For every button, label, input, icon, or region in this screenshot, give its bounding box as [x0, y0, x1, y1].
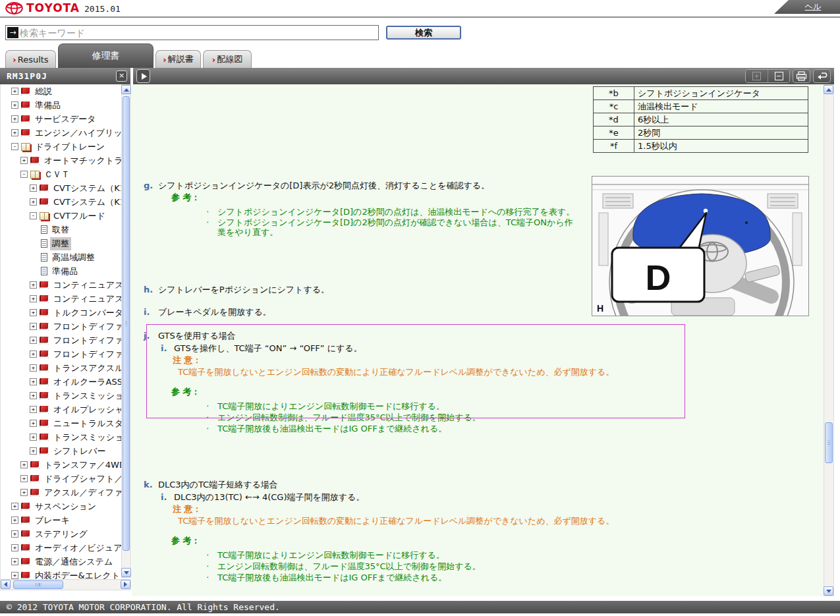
tree-item-label[interactable]: オートマチックトラ	[42, 154, 121, 167]
tree-item[interactable]: + トランスアクスル	[1, 361, 121, 375]
expand-panel-button[interactable]	[136, 69, 150, 83]
expander-icon[interactable]: -	[30, 212, 37, 219]
tree-item-label[interactable]: ＣＶＴ	[42, 168, 72, 181]
search-input[interactable]	[20, 26, 378, 39]
expander-icon[interactable]: +	[30, 447, 37, 455]
back-button[interactable]	[813, 69, 831, 83]
content-vertical-scrollbar[interactable]	[824, 84, 834, 596]
tree-item[interactable]: - CVTフルード	[1, 209, 121, 223]
tree-item[interactable]: + コンティニュアス	[1, 278, 121, 292]
expander-icon[interactable]: +	[11, 115, 18, 123]
sidebar-vertical-scrollbar[interactable]	[121, 84, 131, 578]
tree-item-label[interactable]: 電源／通信システム	[33, 555, 115, 569]
search-button[interactable]: 検索	[386, 26, 461, 40]
tree-item[interactable]: + CVTシステム（K11	[1, 181, 121, 195]
expander-icon[interactable]: +	[30, 184, 37, 192]
tree-item-label[interactable]: トルクコンバータ	[51, 306, 121, 320]
help-tab[interactable]: ヘル	[774, 0, 840, 14]
tree-item-label[interactable]: ニュートラルスタ	[51, 417, 121, 430]
tree-item-label[interactable]: ドライブシャフト／	[42, 472, 121, 486]
expander-icon[interactable]: +	[20, 461, 28, 468]
tree-item[interactable]: - ドライブトレーン	[1, 140, 121, 154]
scrollbar-thumb[interactable]	[825, 422, 833, 463]
tree-item-label[interactable]: フロントディファ	[51, 320, 121, 333]
tree-item-label[interactable]: 準備品	[33, 99, 63, 112]
scrollbar-thumb[interactable]	[123, 96, 130, 551]
tree-item-label[interactable]: トランスアクスル	[51, 362, 121, 375]
zoom-out-button[interactable]: −	[768, 70, 789, 82]
tree-item[interactable]: + ドライブシャフト／	[1, 472, 121, 486]
tree-item-label[interactable]: 調整	[50, 237, 71, 250]
tree-item[interactable]: + トランスミッショ	[1, 430, 121, 444]
tree-item[interactable]: 調整	[1, 237, 121, 250]
tree-item[interactable]: + アクスル／ディファ	[1, 486, 121, 499]
scroll-left-button[interactable]	[1, 580, 11, 589]
expander-icon[interactable]: +	[11, 517, 18, 524]
tree-item-label[interactable]: CVTフルード	[51, 210, 107, 223]
expander-icon[interactable]: +	[20, 157, 28, 164]
tree-item[interactable]: + オーディオ／ビジュア	[1, 541, 121, 555]
tree-item[interactable]: + 準備品	[1, 98, 121, 112]
expander-icon[interactable]: +	[11, 530, 18, 538]
scroll-down-button[interactable]	[824, 586, 833, 596]
tree-item[interactable]: + オートマチックトラ	[1, 154, 121, 167]
tree-item[interactable]: + ニュートラルスタ	[1, 416, 121, 430]
expander-icon[interactable]: +	[11, 544, 18, 551]
tree-item[interactable]: 高温域調整	[1, 250, 121, 264]
tree-item[interactable]: + フロントディファ	[1, 320, 121, 333]
tree-item-label[interactable]: オーディオ／ビジュア	[33, 542, 121, 555]
tree-item-label[interactable]: トランスミッショ	[51, 431, 121, 444]
expander-icon[interactable]: +	[30, 378, 37, 385]
tree-item-label[interactable]: エンジン／ハイブリッ	[33, 126, 121, 140]
tree-item-label[interactable]: 取替	[50, 223, 71, 237]
expander-icon[interactable]: +	[11, 503, 18, 510]
tree-item-label[interactable]: 内装ボデー&エレクト	[33, 569, 121, 580]
zoom-in-button[interactable]: +	[746, 70, 768, 82]
scroll-right-button[interactable]	[121, 580, 130, 589]
tree-item-label[interactable]: ステアリング	[33, 528, 90, 541]
expander-icon[interactable]: +	[30, 434, 37, 441]
tree-item[interactable]: + オイルプレッシャ	[1, 403, 121, 416]
tree-item[interactable]: + 総説	[1, 84, 121, 98]
expander-icon[interactable]: +	[30, 350, 37, 358]
expander-icon[interactable]: +	[30, 198, 37, 206]
tree-item-label[interactable]: ドライブトレーン	[33, 140, 107, 154]
tree-item-label[interactable]: フロントディファ	[51, 334, 121, 347]
tab-results[interactable]: › Results	[5, 50, 56, 68]
tree-item[interactable]: + 電源／通信システム	[1, 555, 121, 569]
expander-icon[interactable]: +	[30, 406, 37, 413]
tree-item-label[interactable]: サスペンション	[33, 500, 98, 513]
tree-item[interactable]: + エンジン／ハイブリッ	[1, 126, 121, 140]
tree-item[interactable]: + フロントディファ	[1, 347, 121, 361]
tree-item-label[interactable]: サービスデータ	[33, 113, 98, 126]
expander-icon[interactable]: +	[11, 558, 18, 565]
scroll-up-button[interactable]	[824, 85, 833, 94]
tree-item-label[interactable]: オイルプレッシャ	[51, 403, 121, 416]
expander-icon[interactable]: +	[30, 281, 37, 289]
tree-item-label[interactable]: 準備品	[50, 265, 80, 278]
tree-item-label[interactable]: CVTシステム（K11	[51, 196, 121, 209]
expander-icon[interactable]: +	[11, 572, 18, 579]
expander-icon[interactable]: +	[30, 392, 37, 399]
tree-item[interactable]: + トランスファ／4WD	[1, 458, 121, 472]
expander-icon[interactable]: +	[30, 420, 37, 427]
tree-item-label[interactable]: フロントディファ	[51, 348, 121, 361]
tree-item-label[interactable]: トランスファ／4WD	[42, 459, 121, 472]
tab-wiring-diagram[interactable]: › 配線図	[203, 50, 252, 68]
tree-item[interactable]: + トランスミッショ	[1, 389, 121, 403]
tree-item[interactable]: + ステアリング	[1, 527, 121, 541]
tab-description[interactable]: › 解説書	[155, 50, 201, 68]
expander-icon[interactable]: +	[30, 323, 37, 330]
tree-item[interactable]: + サービスデータ	[1, 112, 121, 126]
tree-item[interactable]: + フロントディファ	[1, 333, 121, 347]
scroll-up-button[interactable]	[121, 85, 131, 94]
tree-item-label[interactable]: ブレーキ	[33, 514, 72, 527]
expander-icon[interactable]: -	[20, 171, 28, 178]
close-icon[interactable]: ×	[116, 70, 127, 82]
tree-item[interactable]: 取替	[1, 223, 121, 237]
tree-item[interactable]: + シフトレバー	[1, 444, 121, 458]
expander-icon[interactable]: +	[11, 101, 18, 109]
expander-icon[interactable]: +	[11, 129, 18, 136]
tab-repair-manual[interactable]: 修理書	[58, 43, 154, 68]
expander-icon[interactable]: +	[30, 337, 37, 344]
